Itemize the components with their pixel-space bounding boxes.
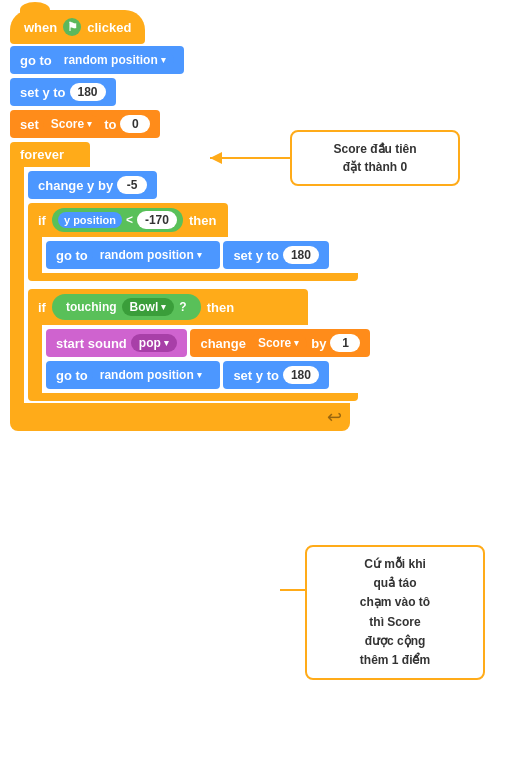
touching-block: touching Bowl ▾ ? xyxy=(52,294,201,320)
if-body-1: go to random position ▾ set y to 180 xyxy=(28,237,329,273)
forever-block: forever xyxy=(10,142,90,167)
go-to-block-3: go to random position ▾ xyxy=(46,361,220,389)
score-increment-value[interactable]: 1 xyxy=(330,334,360,352)
if-end-2 xyxy=(28,393,358,401)
y-threshold-value[interactable]: -170 xyxy=(137,211,177,229)
change-y-by-block: change y by -5 xyxy=(28,171,157,199)
annotation-1-text: Score đầu tiên đặt thành 0 xyxy=(333,142,416,174)
scratch-program: when ⚑ clicked go to random position ▾ s… xyxy=(0,0,505,441)
random-position-dropdown-2[interactable]: random position ▾ xyxy=(92,246,210,264)
score-reporter-1[interactable]: Score ▾ xyxy=(43,115,100,133)
bowl-dropdown[interactable]: Bowl ▾ xyxy=(122,298,175,316)
to-label-1: to xyxy=(104,117,116,132)
when-label: when xyxy=(24,20,57,35)
go-to-block-1: go to random position ▾ xyxy=(10,46,184,74)
loop-arrow-icon: ↩ xyxy=(327,406,342,428)
then-label-2: then xyxy=(207,300,234,315)
set-label: set xyxy=(20,117,39,132)
if-block-2: if touching Bowl ▾ ? then xyxy=(28,289,308,325)
flag-icon: ⚑ xyxy=(63,18,81,36)
change-score-block: change Score ▾ by 1 xyxy=(190,329,370,357)
forever-body: change y by -5 if y position < -170 then xyxy=(10,167,495,403)
y-value-2[interactable]: 180 xyxy=(283,246,319,264)
less-than-op: < xyxy=(126,213,133,227)
then-label-1: then xyxy=(189,213,216,228)
pop-dropdown[interactable]: pop ▾ xyxy=(131,334,177,352)
annotation-score-increment: Cứ mỗi khi quả táo chạm vào tô thì Score… xyxy=(305,545,485,680)
y-less-than-block: y position < -170 xyxy=(52,208,183,232)
change-y-value[interactable]: -5 xyxy=(117,176,147,194)
if-block-1: if y position < -170 then xyxy=(28,203,228,237)
go-to-block-2: go to random position ▾ xyxy=(46,241,220,269)
score-reporter-2[interactable]: Score ▾ xyxy=(250,334,307,352)
set-y-to-block-1: set y to 180 xyxy=(10,78,116,106)
annotation-score-initial: Score đầu tiên đặt thành 0 xyxy=(290,130,460,186)
start-sound-block: start sound pop ▾ xyxy=(46,329,187,357)
set-y-to-block-2: set y to 180 xyxy=(223,241,329,269)
set-score-block: set Score ▾ to 0 xyxy=(10,110,160,138)
y-value-1[interactable]: 180 xyxy=(70,83,106,101)
set-y-to-block-3: set y to 180 xyxy=(223,361,329,389)
random-position-dropdown-1[interactable]: random position ▾ xyxy=(56,51,174,69)
if-end-1 xyxy=(28,273,358,281)
when-clicked-block: when ⚑ clicked xyxy=(10,10,145,44)
annotation-2-text: Cứ mỗi khi quả táo chạm vào tô thì Score… xyxy=(360,557,430,667)
change-y-label: change y by xyxy=(38,178,113,193)
forever-end: ↩ xyxy=(10,403,350,431)
random-position-dropdown-3[interactable]: random position ▾ xyxy=(92,366,210,384)
y-position-reporter: y position xyxy=(58,212,122,228)
go-to-label-1: go to xyxy=(20,53,52,68)
y-value-3[interactable]: 180 xyxy=(283,366,319,384)
dropdown-arrow-1: ▾ xyxy=(161,55,166,65)
set-y-label-1: set y to xyxy=(20,85,66,100)
if-body-2: start sound pop ▾ change Score ▾ by xyxy=(28,325,495,393)
clicked-label: clicked xyxy=(87,20,131,35)
score-initial-value[interactable]: 0 xyxy=(120,115,150,133)
